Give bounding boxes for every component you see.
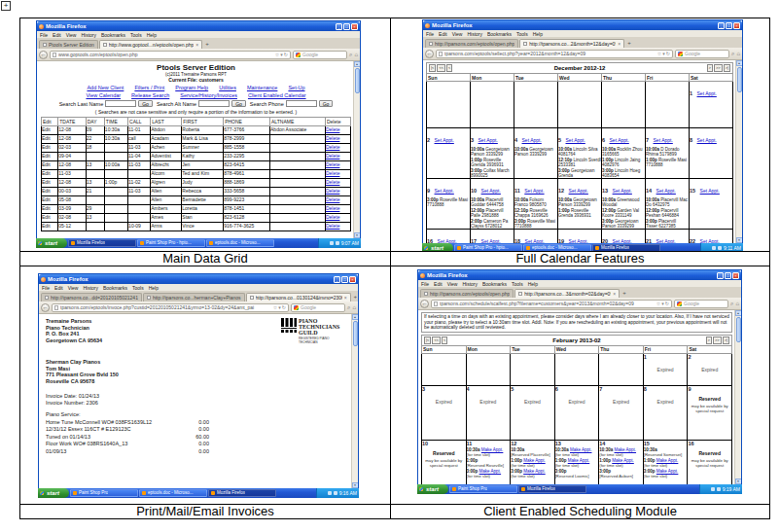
menu-item[interactable]: Edit — [434, 281, 443, 287]
go-button[interactable]: Go — [138, 100, 153, 107]
nav-link[interactable]: Filters / Print — [134, 85, 164, 90]
menu-item[interactable]: Help — [147, 32, 157, 38]
menu-item[interactable]: History — [83, 285, 98, 291]
close-button[interactable]: × — [733, 22, 740, 29]
nav-link[interactable]: Release Search — [131, 92, 169, 98]
bookmark-star-icon[interactable]: ☆ — [657, 51, 661, 56]
window-titlebar[interactable]: Mozilla Firefox _ □ × — [37, 21, 360, 31]
scrollbar[interactable]: ▲▼ — [353, 61, 360, 238]
calendar-next-button[interactable]: >> — [713, 337, 722, 344]
scrollbar[interactable]: ▲▼ — [735, 60, 742, 243]
delete-link[interactable]: Delete — [325, 153, 350, 161]
nav-link[interactable]: Utilities — [219, 85, 236, 90]
delete-link[interactable]: Delete — [325, 144, 350, 153]
calendar-next-button[interactable]: >| — [724, 64, 730, 72]
delete-link[interactable]: Delete — [325, 135, 350, 144]
browser-tab[interactable]: http://tparsons.co...herman+Clay+Pianos× — [143, 293, 245, 301]
calendar-prev-button[interactable]: << — [432, 337, 441, 344]
delete-link[interactable]: Delete — [325, 179, 350, 188]
maximize-button[interactable]: □ — [343, 23, 350, 30]
search-box[interactable]: Google — [674, 300, 728, 308]
scrollbar[interactable]: ▲▼ — [734, 310, 741, 484]
set-appt-link[interactable]: Set Appt. — [613, 188, 632, 194]
scroll-up-icon[interactable]: ▲ — [735, 310, 742, 316]
start-button[interactable]: start — [38, 488, 69, 498]
nav-link[interactable]: Add New Client — [87, 85, 124, 90]
url-bar[interactable]: tparsons.com/schedule/scalfest.php?filen… — [431, 300, 672, 308]
window-titlebar[interactable]: Mozilla Firefox _ □ × — [418, 270, 741, 280]
menu-item[interactable]: View — [452, 31, 463, 37]
menu-item[interactable]: Help — [533, 31, 543, 37]
start-button[interactable]: start — [417, 484, 448, 494]
close-button[interactable]: × — [351, 23, 358, 30]
magnifier-icon[interactable]: ⌕ — [731, 50, 734, 58]
taskbar-item[interactable]: Paint Shop Pro — [449, 485, 517, 493]
menu-item[interactable]: Help — [528, 281, 538, 287]
new-tab-button[interactable]: + — [352, 293, 359, 301]
close-tab-icon[interactable]: × — [195, 42, 198, 48]
menu-item[interactable]: View — [66, 32, 77, 38]
home-icon[interactable]: ⌂ — [354, 51, 358, 59]
set-appt-link[interactable]: Set Appt. — [613, 238, 632, 243]
search-input[interactable] — [105, 100, 136, 107]
browser-tab[interactable]: http://tparsons.co...dd=20120105021241× — [41, 293, 142, 301]
magnifier-icon[interactable]: ⌕ — [349, 51, 352, 59]
go-button[interactable]: Go — [319, 100, 334, 107]
browser-tab[interactable]: http://tparsons.co...3&month=02&day=09× — [514, 289, 620, 298]
delete-link[interactable]: Delete — [325, 188, 350, 196]
home-icon[interactable]: ⌂ — [735, 300, 739, 308]
delete-link[interactable]: Delete — [325, 126, 350, 135]
table-move-handle-icon[interactable]: + — [1, 1, 11, 11]
search-box[interactable]: Google — [675, 50, 729, 58]
url-bar[interactable]: www.goptools.com/eptools/open.php ☆▾↻ — [50, 51, 291, 59]
delete-link[interactable]: Delete — [325, 223, 350, 231]
delete-link[interactable]: Delete — [325, 170, 350, 179]
browser-tab[interactable]: http://tparsons.com/eptools/open.php× — [425, 39, 518, 48]
new-tab-button[interactable]: + — [620, 289, 628, 298]
set-appt-link[interactable]: Set Appt. — [700, 238, 720, 243]
calendar-next-button[interactable]: >> — [714, 64, 723, 72]
magnifier-icon[interactable]: ⌕ — [347, 303, 350, 312]
set-appt-link[interactable]: Set Appt. — [656, 188, 676, 194]
reload-icon[interactable]: ↻ — [282, 304, 286, 310]
tray-icon[interactable] — [718, 246, 722, 250]
set-appt-link[interactable]: Set Appt. — [654, 137, 673, 143]
home-icon[interactable]: ⌂ — [352, 303, 356, 312]
back-button[interactable]: ← — [41, 303, 50, 312]
calendar-next-button[interactable]: > — [707, 64, 713, 72]
browser-tab[interactable]: Ptools Server Edition× — [39, 40, 98, 49]
scrollbar-thumb[interactable] — [353, 321, 358, 346]
menu-item[interactable]: File — [421, 281, 429, 287]
set-appt-link[interactable]: Set Appt. — [566, 137, 585, 143]
delete-link[interactable]: Delete — [325, 214, 350, 223]
set-appt-link[interactable]: Set Appt. — [481, 188, 501, 194]
tray-icon[interactable] — [711, 487, 715, 491]
window-titlebar[interactable]: Mozilla Firefox _ □ × — [423, 20, 742, 30]
close-button[interactable]: × — [732, 272, 739, 279]
maximize-button[interactable]: □ — [725, 272, 731, 279]
menu-item[interactable]: Help — [149, 285, 159, 291]
magnifier-icon[interactable]: ⌕ — [730, 300, 733, 308]
search-input[interactable] — [286, 100, 317, 107]
home-icon[interactable]: ⌂ — [736, 50, 740, 58]
set-appt-link[interactable]: Set Appt. — [700, 188, 720, 194]
scroll-up-icon[interactable]: ▲ — [352, 314, 359, 320]
set-appt-link[interactable]: Set Appt. — [569, 188, 588, 194]
menu-item[interactable]: Tools — [130, 32, 142, 38]
menu-item[interactable]: Edit — [439, 31, 447, 37]
browser-tab[interactable]: http://tparsons.co...2&month=12&day=09× — [519, 39, 624, 48]
menu-item[interactable]: Tools — [516, 31, 528, 37]
reload-icon[interactable]: ↻ — [665, 301, 669, 306]
nav-link[interactable]: Client Enabled Calendar — [248, 92, 306, 98]
menu-item[interactable]: History — [81, 32, 96, 38]
window-titlebar[interactable]: Mozilla Firefox _ □ × — [39, 274, 358, 284]
maximize-button[interactable]: □ — [726, 22, 732, 29]
url-bar[interactable]: tparsons.com/eptools/invoce.php?custid=2… — [52, 303, 289, 312]
set-appt-link[interactable]: Set Appt. — [524, 188, 544, 194]
tray-icon[interactable] — [717, 487, 721, 491]
taskbar-item[interactable]: eptools.doc - Microso... — [139, 489, 207, 497]
menu-item[interactable]: Tools — [132, 285, 144, 291]
scroll-down-icon[interactable]: ▼ — [352, 482, 359, 488]
scroll-up-icon[interactable]: ▲ — [736, 60, 743, 66]
url-bar[interactable]: tparsons.com/eptools/sellect.php?year=20… — [436, 50, 673, 58]
